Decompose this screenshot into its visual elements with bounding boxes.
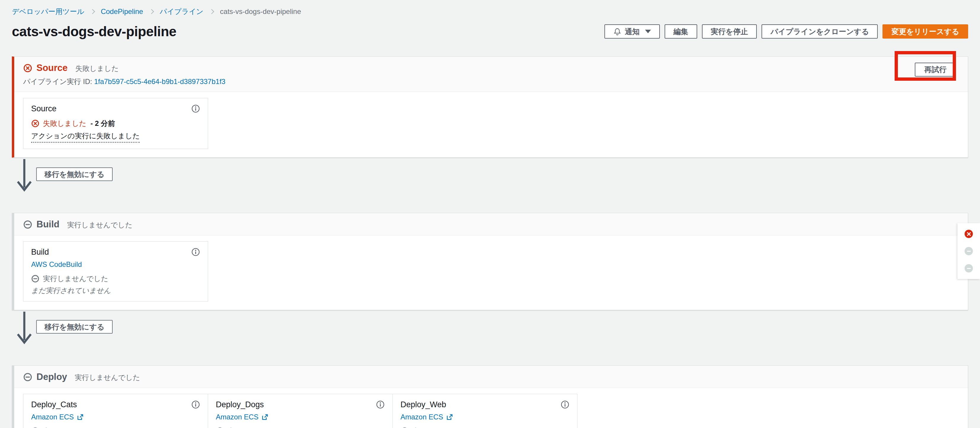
transition-build-deploy: 移行を無効にする — [12, 310, 968, 348]
provider-link-ecs[interactable]: Amazon ECS — [216, 413, 385, 421]
stage-deploy-cards: Deploy_Cats Amazon ECS — [23, 394, 959, 428]
execution-id-link[interactable]: 1fa7b597-c5c5-4e64-b9b1-d3897337b1f3 — [94, 77, 225, 85]
skipped-minus-circle-icon — [31, 275, 40, 283]
breadcrumb-pipelines[interactable]: パイプライン — [160, 7, 204, 16]
chevron-right-icon — [149, 9, 154, 14]
stage-source: Source 失敗しました パイプライン実行 ID: 1fa7b597-c5c5… — [12, 56, 968, 158]
skipped-minus-circle-icon — [23, 372, 32, 382]
action-detail-text: まだ実行されていません — [31, 286, 200, 295]
notifications-button[interactable]: 通知 — [605, 24, 660, 38]
skipped-minus-circle-icon — [23, 220, 32, 229]
edit-button[interactable]: 編集 — [665, 24, 697, 38]
action-title: Deploy_Dogs — [216, 400, 264, 409]
action-card-deploy-dogs: Deploy_Dogs Amazon ECS — [208, 394, 393, 428]
execution-id-label: パイプライン実行 ID: — [23, 77, 92, 85]
action-status-row: 実行しませんでした — [216, 426, 385, 428]
stage-deploy-status: 実行しませんでした — [75, 372, 140, 382]
action-status-time: - 2 分前 — [91, 119, 115, 128]
action-status-row: 実行しませんでした — [401, 426, 570, 428]
stage-build-header: Build 実行しませんでした — [14, 213, 968, 235]
action-title: Build — [31, 248, 49, 257]
action-card-build-head: Build — [31, 248, 200, 257]
action-failure-detail-link[interactable]: アクションの実行に失敗しました — [31, 131, 140, 143]
info-icon[interactable] — [560, 400, 570, 409]
failed-x-circle-icon — [31, 119, 40, 128]
action-card-source-head: Source — [31, 104, 200, 113]
action-card-deploy-web: Deploy_Web Amazon ECS — [393, 394, 578, 428]
disable-transition-button[interactable]: 移行を無効にする — [36, 320, 113, 334]
action-status-text: 失敗しました — [43, 119, 86, 128]
stage-deploy-name-row: Deploy 実行しませんでした — [23, 372, 959, 382]
external-link-icon — [261, 414, 268, 421]
breadcrumb-current-pipeline: cats-vs-dogs-dev-pipeline — [220, 7, 301, 16]
minimap-skipped-icon[interactable] — [964, 247, 973, 255]
provider-link-codebuild[interactable]: AWS CodeBuild — [31, 260, 200, 268]
stage-deploy-name: Deploy — [37, 372, 67, 382]
stage-source-status: 失敗しました — [75, 62, 119, 73]
chevron-right-icon — [90, 9, 95, 14]
toolbar: 通知 編集 実行を停止 パイプラインをクローンする 変更をリリースする — [605, 24, 968, 38]
breadcrumb-codepipeline[interactable]: CodePipeline — [101, 7, 143, 16]
action-status-text: 実行しませんでした — [43, 426, 108, 428]
action-card-head: Deploy_Cats — [31, 400, 200, 409]
action-card-build: Build AWS CodeBuild — [23, 241, 208, 302]
action-card-head: Deploy_Web — [401, 400, 570, 409]
info-icon[interactable] — [191, 248, 200, 256]
stage-status-minimap — [958, 223, 980, 279]
action-card-deploy-cats: Deploy_Cats Amazon ECS — [23, 394, 208, 428]
info-icon[interactable] — [376, 400, 385, 409]
minimap-failed-icon[interactable] — [964, 230, 973, 238]
stage-source-name: Source — [37, 62, 68, 73]
arrow-down-icon — [16, 311, 33, 346]
chevron-right-icon — [209, 9, 214, 14]
codepipeline-page: デベロッパー用ツール CodePipeline パイプライン cats-vs-d… — [0, 0, 980, 428]
release-change-button[interactable]: 変更をリリースする — [883, 24, 968, 38]
action-status-row: 実行しませんでした — [31, 426, 200, 428]
transition-source-build: 移行を無効にする — [12, 158, 968, 196]
notifications-button-label: 通知 — [625, 27, 640, 37]
action-card-head: Deploy_Dogs — [216, 400, 385, 409]
stage-source-name-row: Source 失敗しました — [23, 62, 959, 73]
action-status-text: 実行しませんでした — [412, 426, 477, 428]
page-content: デベロッパー用ツール CodePipeline パイプライン cats-vs-d… — [0, 0, 980, 428]
arrow-down-icon — [16, 159, 33, 193]
action-status-text: 実行しませんでした — [43, 274, 108, 283]
provider-label: Amazon ECS — [216, 413, 258, 421]
stage-source-cards: Source 失敗しました — [23, 98, 959, 149]
info-icon[interactable] — [191, 104, 200, 113]
info-icon[interactable] — [191, 400, 200, 409]
provider-link-ecs[interactable]: Amazon ECS — [401, 413, 570, 421]
stage-build-cards: Build AWS CodeBuild — [23, 241, 959, 302]
stage-build-status: 実行しませんでした — [67, 219, 132, 230]
action-status-row: 失敗しました - 2 分前 — [31, 119, 200, 128]
page-header: cats-vs-dogs-dev-pipeline 通知 編集 実行を停止 パイ… — [12, 24, 968, 39]
action-title: Source — [31, 104, 57, 113]
provider-label: AWS CodeBuild — [31, 260, 82, 268]
disable-transition-button[interactable]: 移行を無効にする — [36, 168, 113, 181]
external-link-icon — [77, 414, 84, 421]
clone-pipeline-button[interactable]: パイプラインをクローンする — [762, 24, 878, 38]
stage-source-body: Source 失敗しました — [14, 92, 968, 157]
stage-build: Build 実行しませんでした Build — [12, 213, 968, 310]
retry-button[interactable]: 再試行 — [915, 62, 956, 77]
bell-icon — [613, 27, 621, 36]
action-status-text: 実行しませんでした — [228, 426, 293, 428]
breadcrumb-developer-tools[interactable]: デベロッパー用ツール — [12, 7, 84, 16]
stage-build-name-row: Build 実行しませんでした — [23, 219, 959, 230]
provider-label: Amazon ECS — [31, 413, 74, 421]
stage-build-name: Build — [37, 219, 60, 230]
external-link-icon — [446, 414, 453, 421]
action-title: Deploy_Cats — [31, 400, 77, 409]
pipeline-execution-row: パイプライン実行 ID: 1fa7b597-c5c5-4e64-b9b1-d38… — [23, 77, 959, 86]
stage-deploy-header: Deploy 実行しませんでした — [14, 366, 968, 388]
provider-label: Amazon ECS — [401, 413, 443, 421]
failed-x-circle-icon — [23, 64, 32, 73]
minimap-skipped-icon[interactable] — [964, 264, 973, 273]
caret-down-icon — [645, 30, 651, 33]
stage-source-header: Source 失敗しました パイプライン実行 ID: 1fa7b597-c5c5… — [14, 57, 968, 92]
provider-link-ecs[interactable]: Amazon ECS — [31, 413, 200, 421]
stage-deploy-body: Deploy_Cats Amazon ECS — [14, 388, 968, 428]
breadcrumb: デベロッパー用ツール CodePipeline パイプライン cats-vs-d… — [12, 7, 968, 16]
stop-execution-button[interactable]: 実行を停止 — [702, 24, 757, 38]
stage-build-body: Build AWS CodeBuild — [14, 235, 968, 310]
